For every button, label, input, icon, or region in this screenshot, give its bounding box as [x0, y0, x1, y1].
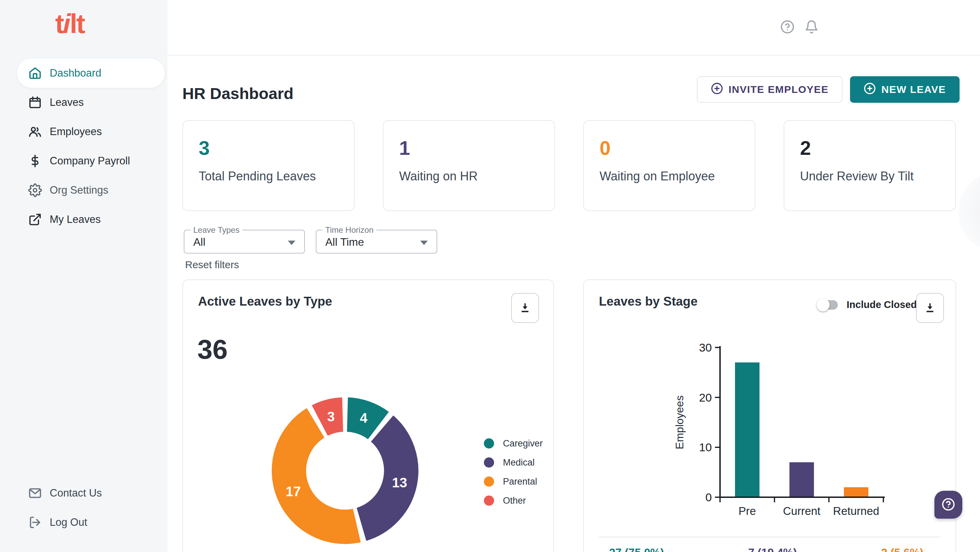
stat-card-waiting-on-hr: 1Waiting on HR: [383, 120, 555, 211]
donut-chart: 413173: [267, 392, 423, 549]
download-icon: [924, 302, 936, 315]
legend-item-medical: Medical: [484, 453, 543, 472]
leaves-by-stage-card: Leaves by Stage Include Closed 0102030Pr…: [583, 279, 956, 552]
sidebar-item-label: Employees: [50, 126, 102, 138]
invite-employee-label: INVITE EMPLOYEE: [729, 84, 829, 95]
toggle-knob[interactable]: [817, 299, 830, 312]
help-fab[interactable]: [934, 491, 962, 519]
sidebar-item-employees[interactable]: Employees: [0, 117, 167, 146]
calendar-icon: [28, 95, 42, 110]
external-link-icon: [28, 212, 42, 227]
invite-employee-button[interactable]: INVITE EMPLOYEE: [697, 76, 843, 103]
bar-pre: [735, 363, 759, 497]
reset-filters-link[interactable]: Reset filters: [185, 259, 239, 270]
leave-types-select[interactable]: Leave Types All: [184, 230, 305, 253]
time-horizon-value: All Time: [325, 236, 364, 248]
stat-card-total-pending-leaves: 3Total Pending Leaves: [182, 120, 355, 211]
sidebar-item-contact-us[interactable]: Contact Us: [0, 479, 167, 508]
dollar-icon: [28, 154, 42, 168]
stage-card-title: Leaves by Stage: [599, 294, 698, 309]
new-leave-button[interactable]: NEW LEAVE: [850, 76, 959, 103]
bar-current: [789, 462, 814, 497]
include-closed-toggle[interactable]: Include Closed: [819, 299, 917, 310]
donut-legend: CaregiverMedicalParentalOther: [484, 434, 543, 510]
y-tick-label: 20: [699, 391, 712, 404]
stage-summary-stat: 2 (5.6%): [881, 546, 924, 552]
donut-value-label: 4: [360, 410, 368, 425]
sidebar-item-my-leaves[interactable]: My Leaves: [0, 205, 167, 234]
sidebar-item-label: Dashboard: [50, 67, 102, 79]
sidebar-item-leaves[interactable]: Leaves: [0, 88, 167, 117]
legend-swatch: [484, 457, 494, 468]
donut-value-label: 17: [286, 484, 301, 499]
question-circle-icon: [941, 497, 956, 513]
donut-card-title: Active Leaves by Type: [198, 294, 332, 309]
y-tick-label: 30: [699, 341, 712, 354]
active-leaves-by-type-card: Active Leaves by Type 36 413173 Caregive…: [182, 279, 554, 552]
plus-circle-icon: [864, 82, 876, 97]
sidebar-item-label: Company Payroll: [50, 155, 130, 167]
people-icon: [28, 124, 42, 139]
stat-label: Waiting on Employee: [600, 169, 715, 183]
legend-swatch: [484, 496, 494, 506]
total-active-leaves: 36: [197, 334, 228, 365]
sidebar: tilt DashboardLeavesEmployeesCompany Pay…: [0, 0, 167, 552]
stage-summary-stat: 27 (75.0%): [609, 546, 664, 552]
stat-label: Under Review By Tilt: [800, 169, 914, 183]
sidebar-nav: DashboardLeavesEmployeesCompany PayrollO…: [0, 59, 167, 234]
sidebar-item-company-payroll[interactable]: Company Payroll: [0, 146, 167, 176]
x-tick-label: Current: [783, 505, 821, 517]
stat-label: Total Pending Leaves: [199, 169, 316, 183]
leave-types-value: All: [193, 236, 205, 248]
donut-value-label: 3: [327, 409, 335, 424]
sidebar-item-log-out[interactable]: Log Out: [0, 508, 167, 537]
sidebar-item-label: Leaves: [50, 96, 84, 108]
help-icon[interactable]: [780, 20, 795, 34]
bar-returned: [844, 487, 869, 497]
sidebar-footer: Contact UsLog Out: [0, 479, 167, 537]
legend-label: Medical: [503, 457, 535, 468]
legend-item-caregiver: Caregiver: [484, 434, 543, 453]
legend-item-parental: Parental: [484, 472, 543, 491]
stat-value: 3: [199, 137, 210, 159]
legend-swatch: [484, 438, 494, 449]
sidebar-item-label: Log Out: [50, 516, 87, 528]
topbar: [167, 0, 980, 56]
stat-label: Waiting on HR: [399, 169, 478, 183]
stat-cards-row: 3Total Pending Leaves1Waiting on HR0Wait…: [182, 120, 956, 211]
y-tick-label: 10: [699, 441, 712, 453]
home-icon: [28, 66, 42, 80]
download-icon: [519, 302, 531, 315]
legend-label: Caregiver: [503, 438, 543, 449]
sidebar-item-dashboard[interactable]: Dashboard: [17, 59, 165, 88]
sidebar-item-org-settings[interactable]: Org Settings: [0, 176, 167, 205]
notifications-bell-icon[interactable]: [804, 20, 819, 34]
stat-value: 0: [600, 137, 611, 159]
download-button[interactable]: [916, 293, 944, 323]
stat-card-waiting-on-employee: 0Waiting on Employee: [583, 120, 756, 211]
mail-icon: [28, 486, 42, 500]
sidebar-item-label: Contact Us: [50, 487, 102, 499]
tilt-logo[interactable]: tilt: [55, 8, 84, 40]
legend-label: Other: [503, 496, 526, 506]
time-horizon-select[interactable]: Time Horizon All Time: [316, 230, 437, 253]
gear-icon: [28, 183, 42, 197]
leave-types-label: Leave Types: [191, 225, 242, 235]
main-content: HR Dashboard INVITE EMPLOYEE NEW LEAVE 3…: [167, 56, 980, 552]
stat-value: 1: [399, 137, 410, 159]
sidebar-item-label: Org Settings: [50, 184, 108, 196]
bar-chart: 0102030PreCurrentReturnedEmployees: [669, 337, 887, 528]
y-tick-label: 0: [705, 491, 712, 504]
header-actions: INVITE EMPLOYEE NEW LEAVE: [697, 76, 959, 103]
include-closed-label: Include Closed: [846, 299, 917, 310]
page-title: HR Dashboard: [182, 84, 293, 103]
chevron-down-icon: [420, 240, 428, 245]
stage-summary-row: 27 (75.0%)7 (19.4%)2 (5.6%): [599, 537, 940, 552]
download-button[interactable]: [511, 293, 539, 323]
time-horizon-label: Time Horizon: [323, 225, 376, 235]
logout-icon: [28, 515, 42, 530]
legend-swatch: [484, 476, 494, 487]
toggle-track[interactable]: [819, 300, 838, 310]
legend-label: Parental: [503, 476, 537, 487]
plus-circle-icon: [711, 82, 723, 97]
